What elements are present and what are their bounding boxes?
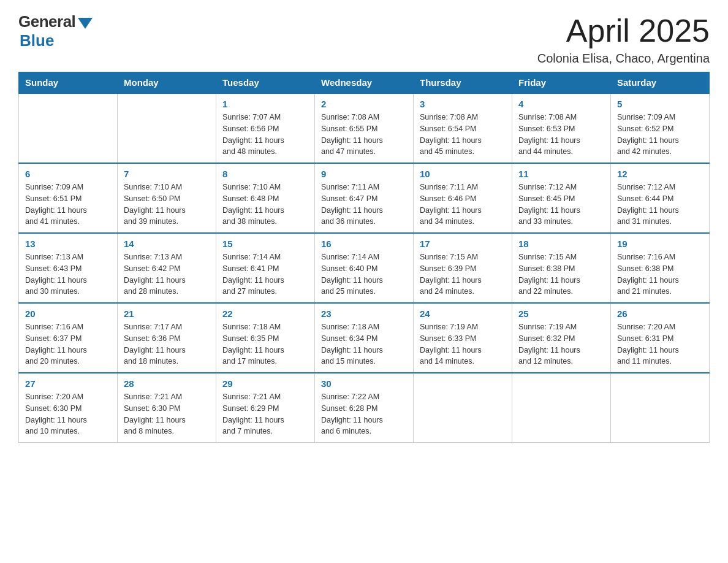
day-number: 4 [518, 99, 604, 109]
calendar-cell: 18Sunrise: 7:15 AMSunset: 6:38 PMDayligh… [512, 233, 611, 303]
calendar-cell: 20Sunrise: 7:16 AMSunset: 6:37 PMDayligh… [19, 303, 118, 373]
day-info: Sunrise: 7:16 AMSunset: 6:37 PMDaylight:… [25, 321, 111, 367]
calendar-cell: 17Sunrise: 7:15 AMSunset: 6:39 PMDayligh… [414, 233, 512, 303]
day-info: Sunrise: 7:20 AMSunset: 6:30 PMDaylight:… [25, 391, 111, 437]
calendar-cell: 10Sunrise: 7:11 AMSunset: 6:46 PMDayligh… [414, 163, 512, 233]
logo-general-text: General [18, 12, 75, 31]
day-number: 23 [321, 308, 407, 319]
day-number: 5 [617, 99, 703, 109]
calendar-cell: 19Sunrise: 7:16 AMSunset: 6:38 PMDayligh… [611, 233, 710, 303]
day-number: 25 [518, 308, 604, 319]
day-info: Sunrise: 7:11 AMSunset: 6:47 PMDaylight:… [321, 182, 407, 228]
day-info: Sunrise: 7:21 AMSunset: 6:29 PMDaylight:… [222, 391, 308, 437]
week-row-1: 1Sunrise: 7:07 AMSunset: 6:56 PMDaylight… [19, 93, 710, 163]
day-info: Sunrise: 7:10 AMSunset: 6:48 PMDaylight:… [222, 182, 308, 228]
calendar-cell: 1Sunrise: 7:07 AMSunset: 6:56 PMDaylight… [216, 93, 315, 163]
day-number: 26 [617, 308, 703, 319]
month-title: April 2025 [537, 12, 710, 49]
day-info: Sunrise: 7:11 AMSunset: 6:46 PMDaylight:… [420, 182, 506, 228]
week-row-2: 6Sunrise: 7:09 AMSunset: 6:51 PMDaylight… [19, 163, 710, 233]
day-info: Sunrise: 7:08 AMSunset: 6:55 PMDaylight:… [321, 112, 407, 158]
header-monday: Monday [118, 72, 216, 94]
day-number: 14 [124, 239, 210, 249]
day-info: Sunrise: 7:22 AMSunset: 6:28 PMDaylight:… [321, 391, 407, 437]
location-title: Colonia Elisa, Chaco, Argentina [537, 52, 710, 66]
day-info: Sunrise: 7:19 AMSunset: 6:33 PMDaylight:… [420, 321, 506, 367]
calendar-cell [512, 373, 611, 443]
day-info: Sunrise: 7:15 AMSunset: 6:39 PMDaylight:… [420, 251, 506, 297]
calendar-cell: 30Sunrise: 7:22 AMSunset: 6:28 PMDayligh… [315, 373, 414, 443]
calendar-cell [19, 93, 118, 163]
calendar-cell: 29Sunrise: 7:21 AMSunset: 6:29 PMDayligh… [216, 373, 315, 443]
day-number: 8 [222, 169, 308, 179]
day-number: 19 [617, 239, 703, 249]
day-number: 18 [518, 239, 604, 249]
day-number: 15 [222, 239, 308, 249]
day-number: 20 [25, 308, 111, 319]
header-wednesday: Wednesday [315, 72, 414, 94]
day-number: 9 [321, 169, 407, 179]
day-info: Sunrise: 7:09 AMSunset: 6:52 PMDaylight:… [617, 112, 703, 158]
logo-blue-text: Blue [20, 31, 54, 50]
day-info: Sunrise: 7:08 AMSunset: 6:53 PMDaylight:… [518, 112, 604, 158]
header-thursday: Thursday [414, 72, 512, 94]
calendar-cell: 16Sunrise: 7:14 AMSunset: 6:40 PMDayligh… [315, 233, 414, 303]
day-number: 29 [222, 378, 308, 389]
day-number: 22 [222, 308, 308, 319]
day-number: 24 [420, 308, 506, 319]
calendar-cell: 22Sunrise: 7:18 AMSunset: 6:35 PMDayligh… [216, 303, 315, 373]
day-info: Sunrise: 7:21 AMSunset: 6:30 PMDaylight:… [124, 391, 210, 437]
day-info: Sunrise: 7:17 AMSunset: 6:36 PMDaylight:… [124, 321, 210, 367]
calendar-cell: 9Sunrise: 7:11 AMSunset: 6:47 PMDaylight… [315, 163, 414, 233]
day-number: 11 [518, 169, 604, 179]
calendar-cell [414, 373, 512, 443]
calendar-cell: 2Sunrise: 7:08 AMSunset: 6:55 PMDaylight… [315, 93, 414, 163]
header-saturday: Saturday [611, 72, 710, 94]
day-number: 1 [222, 99, 308, 109]
calendar-cell: 25Sunrise: 7:19 AMSunset: 6:32 PMDayligh… [512, 303, 611, 373]
day-info: Sunrise: 7:10 AMSunset: 6:50 PMDaylight:… [124, 182, 210, 228]
title-block: April 2025 Colonia Elisa, Chaco, Argenti… [537, 12, 710, 66]
day-number: 6 [25, 169, 111, 179]
header-tuesday: Tuesday [216, 72, 315, 94]
calendar-cell [611, 373, 710, 443]
calendar-cell: 26Sunrise: 7:20 AMSunset: 6:31 PMDayligh… [611, 303, 710, 373]
day-number: 7 [124, 169, 210, 179]
header-sunday: Sunday [19, 72, 118, 94]
day-info: Sunrise: 7:15 AMSunset: 6:38 PMDaylight:… [518, 251, 604, 297]
day-number: 16 [321, 239, 407, 249]
days-of-week-row: SundayMondayTuesdayWednesdayThursdayFrid… [19, 72, 710, 94]
calendar-cell [118, 93, 216, 163]
calendar-cell: 12Sunrise: 7:12 AMSunset: 6:44 PMDayligh… [611, 163, 710, 233]
calendar-cell: 23Sunrise: 7:18 AMSunset: 6:34 PMDayligh… [315, 303, 414, 373]
calendar-cell: 24Sunrise: 7:19 AMSunset: 6:33 PMDayligh… [414, 303, 512, 373]
header-friday: Friday [512, 72, 611, 94]
day-info: Sunrise: 7:13 AMSunset: 6:42 PMDaylight:… [124, 251, 210, 297]
day-info: Sunrise: 7:08 AMSunset: 6:54 PMDaylight:… [420, 112, 506, 158]
calendar-cell: 14Sunrise: 7:13 AMSunset: 6:42 PMDayligh… [118, 233, 216, 303]
day-info: Sunrise: 7:12 AMSunset: 6:45 PMDaylight:… [518, 182, 604, 228]
day-info: Sunrise: 7:18 AMSunset: 6:34 PMDaylight:… [321, 321, 407, 367]
week-row-3: 13Sunrise: 7:13 AMSunset: 6:43 PMDayligh… [19, 233, 710, 303]
day-number: 10 [420, 169, 506, 179]
day-info: Sunrise: 7:14 AMSunset: 6:41 PMDaylight:… [222, 251, 308, 297]
day-info: Sunrise: 7:13 AMSunset: 6:43 PMDaylight:… [25, 251, 111, 297]
calendar-header: SundayMondayTuesdayWednesdayThursdayFrid… [19, 72, 710, 94]
logo-arrow-icon [78, 18, 93, 29]
day-number: 2 [321, 99, 407, 109]
day-info: Sunrise: 7:20 AMSunset: 6:31 PMDaylight:… [617, 321, 703, 367]
day-info: Sunrise: 7:12 AMSunset: 6:44 PMDaylight:… [617, 182, 703, 228]
calendar-cell: 3Sunrise: 7:08 AMSunset: 6:54 PMDaylight… [414, 93, 512, 163]
day-number: 3 [420, 99, 506, 109]
day-number: 21 [124, 308, 210, 319]
calendar-cell: 28Sunrise: 7:21 AMSunset: 6:30 PMDayligh… [118, 373, 216, 443]
day-number: 27 [25, 378, 111, 389]
day-info: Sunrise: 7:18 AMSunset: 6:35 PMDaylight:… [222, 321, 308, 367]
calendar-cell: 5Sunrise: 7:09 AMSunset: 6:52 PMDaylight… [611, 93, 710, 163]
calendar-body: 1Sunrise: 7:07 AMSunset: 6:56 PMDaylight… [19, 93, 710, 443]
page-header: General Blue April 2025 Colonia Elisa, C… [18, 12, 710, 66]
day-info: Sunrise: 7:16 AMSunset: 6:38 PMDaylight:… [617, 251, 703, 297]
calendar-cell: 11Sunrise: 7:12 AMSunset: 6:45 PMDayligh… [512, 163, 611, 233]
calendar-cell: 15Sunrise: 7:14 AMSunset: 6:41 PMDayligh… [216, 233, 315, 303]
calendar-cell: 7Sunrise: 7:10 AMSunset: 6:50 PMDaylight… [118, 163, 216, 233]
